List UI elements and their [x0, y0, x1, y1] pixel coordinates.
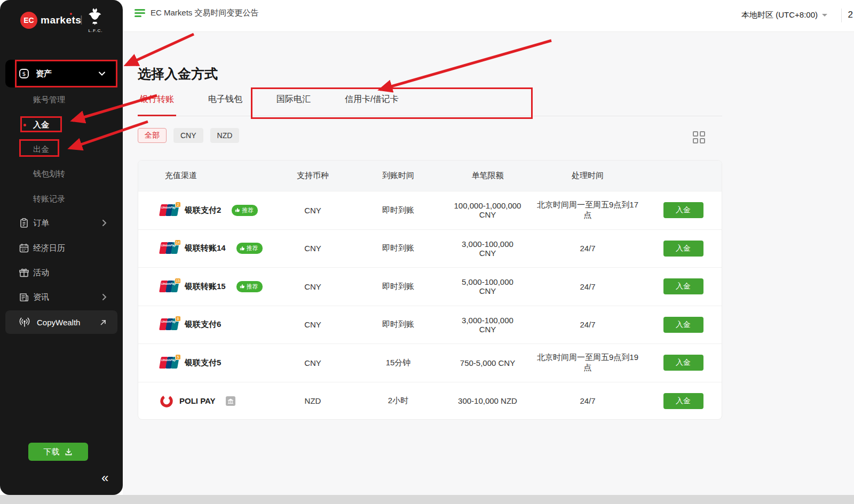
column-header-channel: 充值渠道: [138, 171, 273, 181]
currency-cell: CNY: [273, 320, 353, 329]
table-row: UnionPay 2 银联支付2 推荐 CNY 即时到账 100,000-1,0…: [138, 191, 722, 229]
deposit-button[interactable]: 入金: [663, 393, 703, 409]
sidebar-item-news[interactable]: 资讯: [0, 289, 123, 306]
sidebar-item-label: 钱包划转: [33, 169, 65, 178]
filter-chip-cny[interactable]: CNY: [173, 128, 203, 143]
app-window: EC markets | L.F.C. $ 资产 账号管理 入金 出金 钱包划转…: [0, 0, 854, 504]
liverbird-icon: [86, 7, 105, 28]
tab-e-wallet[interactable]: 电子钱包: [206, 92, 244, 116]
sidebar-item-label: 资讯: [33, 292, 49, 302]
sidebar-item-label: 资产: [36, 69, 52, 79]
deposit-button[interactable]: 入金: [663, 317, 703, 333]
sidebar-item-wallet-transfer[interactable]: 钱包划转: [0, 166, 123, 182]
table-row: UnionPay 6 银联支付6 CNY 即时到账 3,000-100,000 …: [138, 306, 722, 344]
unionpay-icon: UnionPay 2: [160, 204, 179, 217]
sidebar-item-copywealth[interactable]: CopyWealth: [5, 310, 117, 334]
dollar-asset-icon: $: [19, 68, 29, 79]
arrival-time-cell: 即时到账: [353, 205, 444, 215]
svg-text:$: $: [22, 70, 26, 77]
bank-badge-icon: [226, 396, 235, 406]
table-body: UnionPay 2 银联支付2 推荐 CNY 即时到账 100,000-1,0…: [138, 191, 722, 420]
timezone-label: 本地时区 (UTC+8:00): [741, 10, 818, 20]
collapse-sidebar-button[interactable]: «: [101, 470, 108, 485]
currency-filter-chips: 全部 CNY NZD: [138, 128, 239, 143]
tab-international-wire[interactable]: 国际电汇: [274, 92, 313, 116]
window-bottom-strip: [0, 495, 854, 504]
lfc-label: L.F.C.: [85, 28, 106, 33]
sidebar-item-assets[interactable]: $ 资产: [5, 60, 117, 87]
deposit-button[interactable]: 入金: [663, 202, 703, 218]
calendar-icon: [19, 243, 29, 253]
currency-cell: CNY: [273, 358, 353, 367]
arrival-time-cell: 2小时: [353, 396, 444, 406]
arrival-time-cell: 即时到账: [353, 282, 444, 292]
announcement-link[interactable]: EC Markets 交易时间变更公告: [135, 8, 259, 18]
column-header-limit: 单笔限额: [444, 171, 532, 181]
filter-chip-nzd[interactable]: NZD: [210, 128, 240, 143]
sidebar-item-label: 入金: [33, 120, 49, 129]
download-icon: [64, 447, 73, 457]
column-header-currency: 支持币种: [273, 171, 353, 181]
channel-name: 银联支付5: [185, 358, 221, 368]
sidebar-item-label: 活动: [33, 268, 49, 278]
ec-logo-icon: EC: [20, 12, 37, 29]
processing-time-cell: 24/7: [532, 396, 644, 405]
tab-bank-transfer[interactable]: 银行转账: [138, 92, 176, 116]
unionpay-icon: UnionPay 14: [160, 242, 179, 254]
external-link-icon: [100, 319, 107, 326]
channel-number-badge: 15: [175, 278, 181, 284]
download-button[interactable]: 下载: [28, 443, 88, 461]
deposit-button[interactable]: 入金: [663, 241, 703, 257]
download-label: 下载: [44, 447, 60, 457]
chevron-right-icon: [102, 293, 107, 301]
channel-cell: UnionPay 6 银联支付6: [138, 318, 273, 331]
limit-cell: 300-10,000 NZD: [444, 396, 532, 405]
processing-time-cell: 北京时间周一至周五9点到19点: [532, 353, 644, 373]
recommended-label: 推荐: [242, 206, 254, 214]
sidebar-item-withdraw[interactable]: 出金: [0, 141, 123, 157]
processing-time-cell: 北京时间周一至周五9点到17点: [532, 200, 644, 220]
table-row: UnionPay 15 银联转账15 推荐 CNY 即时到账 5,000-100…: [138, 267, 722, 306]
sidebar-item-label: 经济日历: [33, 243, 65, 253]
sidebar-item-transfer-records[interactable]: 转账记录: [0, 191, 123, 207]
processing-time-cell: 24/7: [532, 282, 644, 291]
sidebar-item-label: CopyWealth: [37, 318, 80, 327]
limit-cell: 750-5,000 CNY: [444, 358, 532, 367]
announcement-lines-icon: [135, 9, 145, 17]
tab-credit-debit-card[interactable]: 信用卡/借记卡: [343, 92, 400, 116]
channel-number-badge: 5: [175, 354, 181, 360]
timezone-selector[interactable]: 本地时区 (UTC+8:00): [741, 10, 827, 20]
channel-cell: UnionPay 15 银联转账15 推荐: [138, 281, 273, 293]
channel-cell: UnionPay 2 银联支付2 推荐: [138, 204, 273, 217]
clock-partial-text: 2: [848, 10, 853, 20]
limit-cell: 100,000-1,000,000 CNY: [444, 201, 532, 219]
sidebar-item-activities[interactable]: 活动: [0, 264, 123, 281]
limit-cell: 3,000-100,000 CNY: [444, 239, 532, 258]
gift-icon: [19, 267, 29, 278]
deposit-channels-table: 充值渠道 支持币种 到账时间 单笔限额 处理时间 UnionPay 2 银联支付…: [138, 160, 722, 420]
sidebar-item-label: 出金: [33, 145, 49, 154]
action-cell: 入金: [644, 202, 722, 218]
sidebar-item-label: 账号管理: [33, 95, 65, 104]
sidebar-item-economic-calendar[interactable]: 经济日历: [0, 239, 123, 257]
action-cell: 入金: [644, 278, 722, 294]
ec-logo-text: EC: [23, 16, 34, 25]
channel-number-badge: 14: [175, 239, 181, 245]
thumbs-up-icon: [235, 207, 240, 213]
filter-chip-all[interactable]: 全部: [138, 128, 167, 143]
channel-cell: POLI PAY: [138, 394, 273, 408]
sidebar-item-account-management[interactable]: 账号管理: [0, 92, 123, 108]
deposit-button[interactable]: 入金: [663, 278, 703, 294]
deposit-button[interactable]: 入金: [663, 355, 703, 371]
channel-name: 银联转账15: [185, 282, 226, 292]
channel-number-badge: 6: [175, 316, 181, 322]
unionpay-icon: UnionPay 15: [160, 281, 179, 293]
brand-dot: [70, 13, 72, 15]
sidebar-item-orders[interactable]: 订单: [0, 214, 123, 231]
grid-view-toggle-icon[interactable]: [693, 131, 705, 143]
sidebar-item-deposit[interactable]: 入金: [0, 117, 123, 133]
action-cell: 入金: [644, 317, 722, 333]
sidebar: EC markets | L.F.C. $ 资产 账号管理 入金 出金 钱包划转…: [0, 0, 123, 495]
unionpay-icon: UnionPay 6: [160, 318, 179, 331]
limit-cell: 5,000-100,000 CNY: [444, 277, 532, 295]
